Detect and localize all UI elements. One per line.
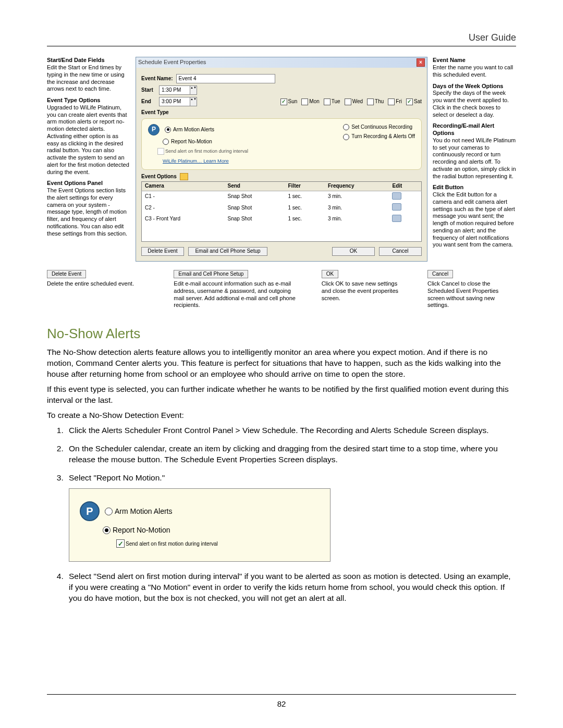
day-thu-checkbox[interactable] — [367, 98, 374, 105]
step-item: Click the Alerts Scheduler Front Control… — [66, 425, 516, 436]
page-header: User Guide — [47, 31, 516, 46]
email-setup-button[interactable]: Email and Cell Phone Setup — [188, 247, 267, 256]
annot-text: The Event Options section lists the aler… — [47, 187, 127, 237]
start-time-input[interactable]: 1:30 PM — [159, 85, 190, 95]
annot-text: Specify the days of the week you want th… — [433, 90, 509, 117]
end-time-input[interactable]: 3:00 PM — [159, 97, 190, 106]
start-label: Start — [141, 87, 156, 94]
body-paragraph: To create a No-Show Detection Event: — [47, 410, 516, 421]
right-annotations: Event NameEnter the name you want to cal… — [433, 57, 516, 261]
send-first-checkbox[interactable]: Send alert on first motion during interv… — [157, 148, 248, 155]
event-options-label: Event Options — [141, 173, 422, 180]
section-heading: No-Show Alerts — [47, 325, 516, 343]
annot-text: Upgraded to WiLife Platinum, you can cre… — [47, 104, 129, 175]
event-type-label: Event Type — [141, 109, 422, 116]
page-footer: 82 — [0, 694, 563, 709]
inset-panel: P Arm Motion Alerts Report No-Motion ✓Se… — [69, 488, 331, 562]
left-annotations: Start/End Date FieldsEdit the Start or E… — [47, 57, 130, 261]
arm-motion-radio[interactable]: Arm Motion Alerts — [165, 127, 214, 133]
ok-button[interactable]: OK — [332, 247, 375, 256]
event-type-panel: P Arm Motion Alerts Report No-Motion Sen… — [141, 118, 422, 170]
day-mon-checkbox[interactable] — [301, 98, 308, 105]
report-no-motion-radio[interactable]: Report No-Motion — [103, 525, 170, 535]
step-item: Select "Report No Motion." P Arm Motion … — [66, 473, 516, 562]
end-label: End — [141, 98, 156, 105]
button-callouts: Delete Event Delete the entire scheduled… — [47, 270, 516, 310]
arm-motion-radio[interactable]: Arm Motion Alerts — [105, 507, 172, 516]
annot-text: You do not need WiLife Platinum to set y… — [433, 137, 516, 179]
table-row: C1 -Snap Shot1 sec.3 min. — [142, 191, 422, 202]
spinner-icon[interactable]: ▲▼ — [190, 97, 197, 106]
dialog-title: Schedule Event Properties — [138, 59, 206, 66]
report-no-motion-radio[interactable]: Report No-Motion — [163, 139, 248, 145]
annot-text: Edit the Start or End times by typing in… — [47, 64, 125, 92]
day-checkboxes: ✓Sun Mon Tue Wed Thu Fri ✓Sat — [280, 98, 422, 105]
platinum-icon: P — [148, 124, 160, 135]
callout-btn: Email and Cell Phone Setup — [174, 270, 248, 279]
body-paragraph: If this event type is selected, you can … — [47, 384, 516, 406]
edit-icon[interactable] — [392, 192, 401, 200]
callout-text: Click OK to save new settings and close … — [322, 280, 398, 301]
day-tue-checkbox[interactable] — [324, 98, 331, 105]
annot-text: Click the Edit button for a camera and e… — [433, 191, 515, 248]
callout-text: Click Cancel to close the Scheduled Even… — [427, 280, 498, 308]
page-number: 82 — [277, 699, 286, 708]
event-name-input[interactable]: Event 4 — [176, 74, 275, 83]
callout-text: Edit e-mail account information such as … — [174, 280, 296, 308]
schedule-event-dialog: Schedule Event Properties × Event Name: … — [136, 57, 427, 261]
delete-event-button[interactable]: Delete Event — [141, 247, 184, 256]
annotated-diagram: Start/End Date FieldsEdit the Start or E… — [47, 57, 516, 261]
annot-title: Recording/E-mail Alert Options — [433, 122, 516, 137]
table-row: C2 -Snap Shot1 sec.3 min. — [142, 202, 422, 214]
step-item: Select "Send alert on first motion durin… — [66, 571, 516, 604]
table-row: C3 - Front YardSnap Shot1 sec.3 min. — [142, 214, 422, 225]
turn-off-radio[interactable]: Turn Recording & Alerts Off — [343, 133, 415, 140]
platinum-icon: P — [80, 501, 100, 521]
annot-title: Days of the Week Options — [433, 83, 516, 90]
steps-list: Click the Alerts Scheduler Front Control… — [66, 425, 516, 604]
learn-more-link[interactable]: WiLife Platinum… Learn More — [163, 158, 248, 164]
day-sun-checkbox[interactable]: ✓ — [280, 98, 287, 105]
callout-text: Delete the entire scheduled event. — [47, 280, 134, 287]
callout-btn: OK — [322, 270, 338, 279]
step-item: On the Scheduler calendar, create an ite… — [66, 443, 516, 465]
annot-title: Event Name — [433, 57, 516, 64]
annot-title: Event Type Options — [47, 97, 130, 104]
body-paragraph: The No-Show detection alerts feature all… — [47, 347, 516, 380]
day-sat-checkbox[interactable]: ✓ — [406, 98, 413, 105]
annot-title: Edit Button — [433, 184, 516, 191]
cancel-button[interactable]: Cancel — [379, 247, 422, 256]
close-icon[interactable]: × — [417, 58, 425, 67]
event-name-label: Event Name: — [141, 76, 173, 82]
dialog-titlebar: Schedule Event Properties × — [136, 57, 427, 68]
annot-text: Enter the name you want to call this sch… — [433, 64, 513, 78]
spinner-icon[interactable]: ▲▼ — [190, 85, 197, 95]
callout-btn: Cancel — [427, 270, 453, 279]
warning-icon — [180, 173, 188, 180]
callout-btn: Delete Event — [47, 270, 86, 279]
event-options-table: Camera Send Filter Frequency Edit C1 -Sn… — [141, 181, 422, 242]
set-continuous-radio[interactable]: Set Continuous Recording — [343, 124, 415, 131]
send-first-checkbox[interactable]: ✓Send alert on first motion during inter… — [116, 539, 218, 548]
edit-icon[interactable] — [392, 203, 401, 211]
annot-title: Event Options Panel — [47, 180, 130, 187]
day-fri-checkbox[interactable] — [388, 98, 395, 105]
day-wed-checkbox[interactable] — [345, 98, 351, 105]
annot-title: Start/End Date Fields — [47, 57, 130, 64]
edit-icon[interactable] — [392, 215, 401, 222]
